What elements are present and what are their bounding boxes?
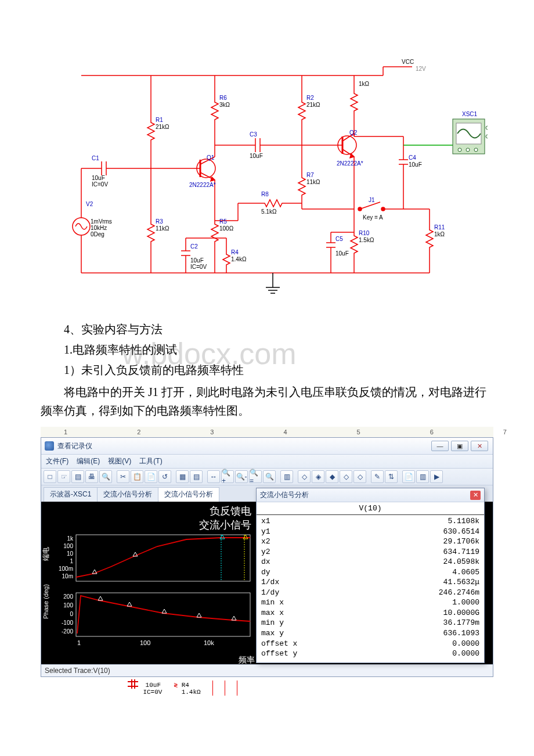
- svg-marker-31: [350, 154, 354, 158]
- svg-text:-200: -200: [62, 628, 73, 635]
- analysis-row: min x1.0000: [261, 597, 479, 608]
- svg-text:Q2: Q2: [349, 129, 358, 136]
- menu-tools[interactable]: 工具(T): [139, 456, 162, 466]
- toolbar-button[interactable]: ↔: [207, 470, 220, 483]
- svg-text:100: 100: [63, 543, 73, 549]
- svg-text:2N2222A*: 2N2222A*: [337, 160, 363, 167]
- svg-text:21kΩ: 21kΩ: [156, 124, 169, 130]
- analysis-row: dx24.0598k: [261, 557, 479, 567]
- menu-edit[interactable]: 编辑(E): [77, 456, 100, 466]
- window-titlebar[interactable]: 查看记录仪 — ▣ ✕: [41, 438, 493, 455]
- svg-text:10k: 10k: [204, 639, 214, 646]
- svg-text:R4: R4: [231, 249, 239, 255]
- svg-text:1kΩ: 1kΩ: [434, 231, 445, 237]
- svg-text:0: 0: [70, 611, 73, 617]
- menu-file[interactable]: 文件(F): [46, 456, 68, 466]
- svg-text:100: 100: [140, 639, 150, 646]
- close-button[interactable]: ✕: [471, 441, 488, 451]
- svg-text:IC=0V: IC=0V: [92, 181, 108, 188]
- toolbar-button[interactable]: ◆: [326, 470, 338, 483]
- toolbar-button[interactable]: 🔍=: [249, 470, 262, 483]
- toolbar-button[interactable]: 🖶: [85, 470, 98, 483]
- svg-text:R2: R2: [306, 95, 314, 101]
- bode-chart: 1k 100 10 1 100m 10m 端电: [41, 532, 256, 665]
- svg-text:R6: R6: [219, 95, 227, 101]
- toolbar-button[interactable]: ☞: [57, 470, 70, 483]
- analysis-row: max x10.0000G: [261, 608, 479, 618]
- svg-marker-19: [211, 177, 215, 181]
- toolbar-button[interactable]: ▥: [280, 470, 293, 483]
- toolbar-button[interactable]: ▦: [176, 470, 189, 483]
- analysis-row: max y636.1093: [261, 628, 479, 639]
- svg-point-86: [466, 148, 470, 152]
- circuit-schematic: VCC 12V R1 21kΩ R6 3kΩ R2 21kΩ 1kΩ C1 10…: [41, 58, 493, 298]
- svg-text:IC=0V: IC=0V: [190, 264, 207, 270]
- svg-text:1.4kΩ: 1.4kΩ: [231, 256, 247, 262]
- svg-text:12V: 12V: [416, 66, 426, 72]
- toolbar-button[interactable]: 🔍: [263, 470, 276, 483]
- svg-text:1mVrms: 1mVrms: [91, 218, 112, 225]
- toolbar-button[interactable]: ◇: [340, 470, 352, 483]
- cursor-analysis-panel[interactable]: 交流小信号分析 ✕ V(10) x15.1108ky1630.6514x229.…: [256, 488, 485, 663]
- section-4-heading: 4、实验内容与方法: [64, 322, 493, 337]
- analysis-row: x229.1706k: [261, 537, 479, 547]
- toolbar-button[interactable]: ◇: [298, 470, 311, 483]
- svg-point-89: [486, 135, 488, 138]
- toolbar-button[interactable]: ◇: [353, 470, 366, 483]
- svg-text:C2: C2: [190, 243, 198, 250]
- tab-ac-1[interactable]: 交流小信号分析: [97, 487, 158, 502]
- analysis-panel-title: 交流小信号分析: [260, 490, 309, 500]
- svg-text:J1: J1: [369, 197, 375, 203]
- toolbar-button[interactable]: ⇅: [385, 470, 398, 483]
- analysis-row: 1/dx41.5632μ: [261, 577, 479, 588]
- menu-view[interactable]: 视图(V): [108, 456, 131, 466]
- svg-point-88: [486, 126, 488, 129]
- svg-text:10uF: 10uF: [190, 257, 204, 264]
- toolbar-button[interactable]: 🔍+: [221, 470, 234, 483]
- maximize-button[interactable]: ▣: [451, 441, 468, 451]
- toolbar-button[interactable]: 📋: [131, 470, 143, 483]
- analysis-row: 1/dy246.2746m: [261, 588, 479, 598]
- svg-text:10: 10: [67, 550, 74, 557]
- svg-text:1.5kΩ: 1.5kΩ: [359, 237, 374, 243]
- toolbar-button[interactable]: ◈: [312, 470, 324, 483]
- analysis-close-button[interactable]: ✕: [470, 491, 481, 500]
- svg-text:R1: R1: [156, 117, 163, 123]
- minimize-button[interactable]: —: [431, 441, 449, 451]
- toolbar-button[interactable]: ↺: [158, 470, 171, 483]
- toolbar-button[interactable]: ▤: [71, 470, 84, 483]
- toolbar-button[interactable]: ✂: [117, 470, 129, 483]
- svg-text:VCC: VCC: [402, 59, 414, 65]
- svg-text:V2: V2: [86, 201, 93, 207]
- tab-ac-2[interactable]: 交流小信号分析: [158, 487, 219, 502]
- toolbar-button[interactable]: 🔍: [99, 470, 112, 483]
- ruler: 1 2 3 4 5 6 7: [41, 427, 493, 437]
- plot-area: 负反馈电 交流小信号 1k 100 10 1 100m 10m: [41, 502, 493, 664]
- toolbar-button[interactable]: 📄: [145, 470, 157, 483]
- svg-text:端电: 端电: [42, 547, 50, 561]
- analysis-row: x15.1108k: [261, 516, 479, 527]
- svg-text:R8: R8: [261, 191, 269, 197]
- analysis-row: min y36.1779m: [261, 618, 479, 628]
- toolbar-button[interactable]: ✎: [371, 470, 384, 483]
- svg-text:0Deg: 0Deg: [91, 231, 104, 237]
- tab-scope[interactable]: 示波器-XSC1: [44, 487, 98, 502]
- svg-text:C4: C4: [409, 154, 416, 161]
- toolbar-button[interactable]: ▥: [416, 470, 429, 483]
- svg-text:10uF: 10uF: [335, 250, 349, 257]
- toolbar-button[interactable]: 📄: [402, 470, 415, 483]
- analysis-header: V(10): [257, 502, 484, 515]
- svg-text:C3: C3: [250, 131, 257, 138]
- toolbar-button[interactable]: □: [44, 470, 56, 483]
- toolbar-button[interactable]: ▶: [430, 470, 443, 483]
- svg-text:R11: R11: [434, 224, 445, 231]
- toolbar-button[interactable]: 🔍-: [235, 470, 248, 483]
- toolbar-button[interactable]: ▤: [190, 470, 203, 483]
- analysis-rows: x15.1108ky1630.6514x229.1706ky2634.7119d…: [257, 515, 484, 663]
- svg-text:C1: C1: [92, 155, 99, 161]
- svg-text:100: 100: [63, 602, 73, 609]
- svg-text:3kΩ: 3kΩ: [219, 102, 230, 108]
- svg-rect-143: [76, 535, 250, 581]
- chart-title-1: 负反馈电: [41, 504, 251, 518]
- subsection-1: 1.电路频率特性的测试: [64, 342, 493, 358]
